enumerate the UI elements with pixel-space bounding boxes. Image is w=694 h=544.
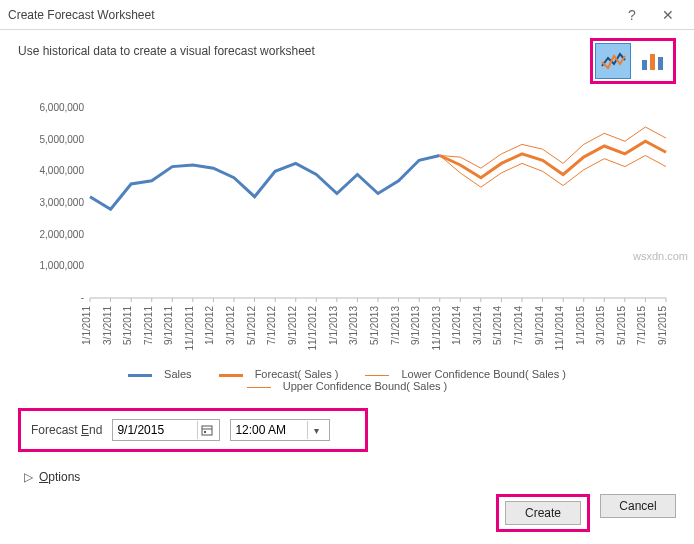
column-chart-icon [640, 50, 666, 72]
create-highlight: Create [496, 494, 590, 532]
line-chart-button[interactable] [595, 43, 631, 79]
svg-text:7/1/2013: 7/1/2013 [390, 306, 401, 345]
help-icon[interactable]: ? [614, 1, 650, 29]
calendar-icon[interactable] [197, 421, 215, 439]
svg-rect-71 [204, 431, 206, 433]
forecast-end-label: Forecast End [31, 423, 102, 437]
svg-text:7/1/2012: 7/1/2012 [266, 306, 277, 345]
svg-text:1,000,000: 1,000,000 [40, 260, 85, 271]
svg-rect-1 [650, 54, 655, 70]
column-chart-button[interactable] [635, 43, 671, 79]
subtitle: Use historical data to create a visual f… [18, 44, 315, 58]
svg-text:3/1/2014: 3/1/2014 [472, 306, 483, 345]
forecast-end-date-input[interactable]: 9/1/2015 [112, 419, 220, 441]
svg-text:5/1/2013: 5/1/2013 [369, 306, 380, 345]
svg-text:3/1/2013: 3/1/2013 [348, 306, 359, 345]
create-button[interactable]: Create [505, 501, 581, 525]
svg-text:1/1/2012: 1/1/2012 [204, 306, 215, 345]
svg-text:9/1/2014: 9/1/2014 [534, 306, 545, 345]
svg-text:-: - [81, 292, 84, 303]
svg-text:1/1/2014: 1/1/2014 [451, 306, 462, 345]
svg-text:9/1/2012: 9/1/2012 [287, 306, 298, 345]
svg-rect-0 [642, 60, 647, 70]
svg-text:5/1/2015: 5/1/2015 [616, 306, 627, 345]
svg-text:3/1/2012: 3/1/2012 [225, 306, 236, 345]
dialog-content: Use historical data to create a visual f… [0, 30, 694, 494]
svg-text:5/1/2012: 5/1/2012 [246, 306, 257, 345]
caret-icon: ▷ [24, 470, 33, 484]
svg-text:7/1/2015: 7/1/2015 [636, 306, 647, 345]
chevron-down-icon[interactable]: ▾ [307, 421, 325, 439]
svg-text:9/1/2013: 9/1/2013 [410, 306, 421, 345]
legend-sales: Sales [122, 368, 198, 380]
svg-text:5/1/2014: 5/1/2014 [492, 306, 503, 345]
svg-text:5/1/2011: 5/1/2011 [122, 306, 133, 345]
svg-text:2,000,000: 2,000,000 [40, 229, 85, 240]
svg-text:1/1/2013: 1/1/2013 [328, 306, 339, 345]
forecast-end-time-value: 12:00 AM [235, 423, 286, 437]
legend-lower: Lower Confidence Bound( Sales ) [359, 368, 571, 380]
dialog-buttons: Create Cancel [496, 494, 676, 532]
svg-text:7/1/2011: 7/1/2011 [143, 306, 154, 345]
forecast-end-date-value: 9/1/2015 [117, 423, 164, 437]
svg-text:11/1/2013: 11/1/2013 [431, 306, 442, 351]
legend-upper: Upper Confidence Bound( Sales ) [241, 380, 453, 392]
svg-text:7/1/2014: 7/1/2014 [513, 306, 524, 345]
svg-text:3/1/2011: 3/1/2011 [102, 306, 113, 345]
svg-text:11/1/2014: 11/1/2014 [554, 306, 565, 351]
forecast-end-row: Forecast End 9/1/2015 12:00 AM ▾ [18, 408, 368, 452]
svg-text:11/1/2012: 11/1/2012 [307, 306, 318, 351]
svg-text:4,000,000: 4,000,000 [40, 165, 85, 176]
watermark: wsxdn.com [633, 250, 688, 262]
dialog-title: Create Forecast Worksheet [8, 8, 614, 22]
chart-area: -1,000,0002,000,0003,000,0004,000,0005,0… [18, 102, 676, 362]
svg-text:11/1/2011: 11/1/2011 [184, 306, 195, 351]
svg-text:3/1/2015: 3/1/2015 [595, 306, 606, 345]
chart-type-selector [590, 38, 676, 84]
svg-text:5,000,000: 5,000,000 [40, 134, 85, 145]
legend: Sales Forecast( Sales ) Lower Confidence… [18, 368, 676, 392]
titlebar: Create Forecast Worksheet ? ✕ [0, 0, 694, 30]
svg-text:3,000,000: 3,000,000 [40, 197, 85, 208]
svg-text:6,000,000: 6,000,000 [40, 102, 85, 113]
svg-rect-69 [202, 426, 212, 435]
cancel-button[interactable]: Cancel [600, 494, 676, 518]
options-toggle[interactable]: ▷Options [18, 470, 676, 484]
svg-text:9/1/2015: 9/1/2015 [657, 306, 668, 345]
line-chart-icon [600, 50, 626, 72]
forecast-end-time-input[interactable]: 12:00 AM ▾ [230, 419, 330, 441]
forecast-chart: -1,000,0002,000,0003,000,0004,000,0005,0… [18, 102, 674, 362]
svg-text:1/1/2015: 1/1/2015 [575, 306, 586, 345]
legend-forecast: Forecast( Sales ) [213, 368, 345, 380]
svg-text:1/1/2011: 1/1/2011 [81, 306, 92, 345]
svg-text:9/1/2011: 9/1/2011 [163, 306, 174, 345]
close-icon[interactable]: ✕ [650, 1, 686, 29]
svg-rect-2 [658, 57, 663, 70]
